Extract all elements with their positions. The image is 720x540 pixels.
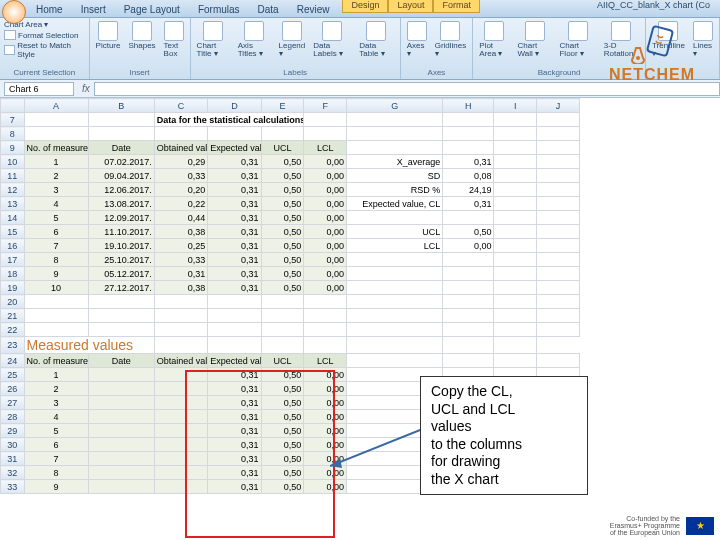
plot-area-icon [484,21,504,41]
tab-formulas[interactable]: Formulas [190,2,248,17]
netchem-logo: NETCHEM [592,24,712,84]
chart-title-btn[interactable]: Chart Title ▾ [195,20,232,59]
office-button[interactable] [2,0,26,24]
data-labels-btn[interactable]: Data Labels ▾ [311,20,353,59]
tab-home[interactable]: Home [28,2,71,17]
axis-titles-icon [244,21,264,41]
svg-point-3 [636,56,640,60]
data-labels-icon [322,21,342,41]
arrow-icon [330,428,430,468]
group-label: Insert [94,68,186,77]
context-tab-format[interactable]: Format [433,0,480,13]
format-selection-btn[interactable]: Format Selection [4,30,85,40]
titlebar-doc: AIIQ_CC_blank_X chart (Co [597,0,710,10]
insert-textbox-btn[interactable]: Text Box [162,20,186,59]
fx-icon[interactable]: fx [82,83,90,94]
logo-icon [628,24,676,64]
axis-titles-btn[interactable]: Axis Titles ▾ [236,20,273,59]
context-tab-group: Design Layout Format [342,0,480,13]
axes-icon [407,21,427,41]
svg-line-0 [330,428,425,466]
textbox-icon [164,21,184,41]
name-box[interactable]: Chart 6 [4,82,74,96]
context-tab-layout[interactable]: Layout [388,0,433,13]
eu-footer: Co-funded by the Erasmus+ Programme of t… [610,515,714,536]
data-table-icon [366,21,386,41]
logo-text: NETCHEM [592,66,712,84]
tab-page-layout[interactable]: Page Layout [116,2,188,17]
chart-title-icon [203,21,223,41]
svg-rect-2 [647,26,673,56]
context-tab-design[interactable]: Design [342,0,388,13]
shapes-icon [132,21,152,41]
gridlines-icon [440,21,460,41]
chart-wall-btn[interactable]: Chart Wall ▾ [516,20,554,59]
tab-data[interactable]: Data [250,2,287,17]
data-table-btn[interactable]: Data Table ▾ [357,20,395,59]
tab-review[interactable]: Review [289,2,338,17]
insert-shapes-btn[interactable]: Shapes [126,20,157,59]
picture-icon [98,21,118,41]
legend-icon [282,21,302,41]
chart-wall-icon [525,21,545,41]
chart-floor-icon [568,21,588,41]
worksheet[interactable]: ABCDEFGHIJ 7Data for the statistical cal… [0,98,720,494]
group-label: Labels [195,68,396,77]
group-label: Current Selection [4,68,85,77]
eu-flag-icon: ★ [686,517,714,535]
tab-insert[interactable]: Insert [73,2,114,17]
insert-picture-btn[interactable]: Picture [94,20,123,59]
gridlines-btn[interactable]: Gridlines ▾ [433,20,469,59]
axes-btn[interactable]: Axes ▾ [405,20,429,59]
plot-area-btn[interactable]: Plot Area ▾ [477,20,511,59]
reset-style-btn[interactable]: Reset to Match Style [4,41,85,59]
svg-marker-1 [330,458,342,468]
group-label: Axes [405,68,469,77]
legend-btn[interactable]: Legend ▾ [277,20,308,59]
instruction-callout: Copy the CL, UCL and LCL values to the c… [420,376,588,495]
